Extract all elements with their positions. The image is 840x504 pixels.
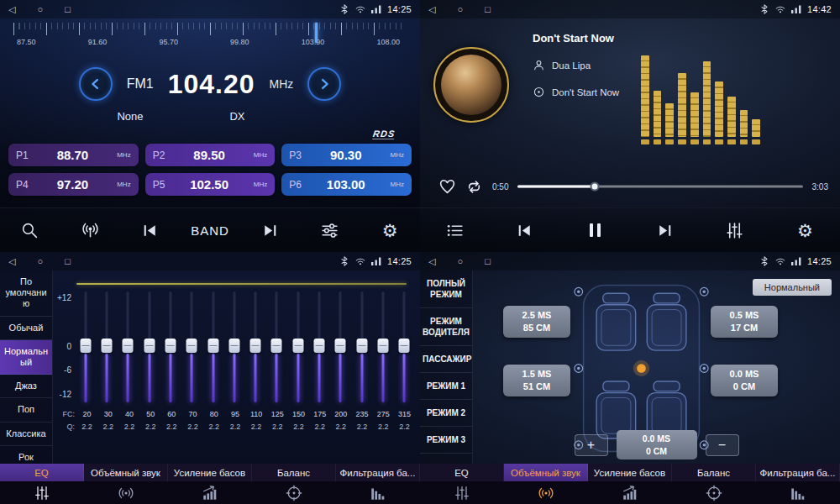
scan-button[interactable] <box>71 212 109 249</box>
slider-knob[interactable] <box>271 339 282 353</box>
eq-preset-item[interactable]: Рок <box>0 446 52 464</box>
slider-knob[interactable] <box>144 339 155 353</box>
eq-preset-item[interactable]: По умолчанию <box>0 270 52 317</box>
bass-boost-tab-icon[interactable] <box>588 481 672 504</box>
listening-mode-item[interactable]: РЕЖИМ 1 <box>420 373 472 400</box>
slider-knob[interactable] <box>356 339 367 353</box>
slider-knob[interactable] <box>207 339 218 353</box>
settings-button[interactable]: ⚙ <box>370 212 409 249</box>
slider-knob[interactable] <box>335 339 346 353</box>
next-track-button[interactable] <box>646 212 685 249</box>
slider-knob[interactable] <box>186 339 197 353</box>
dsp-tab[interactable]: Баланс <box>672 464 756 481</box>
eq-tab-icon[interactable] <box>420 481 504 504</box>
dsp-tab[interactable]: EQ <box>420 464 504 481</box>
surround-tab-icon[interactable] <box>84 481 168 504</box>
preset-button[interactable]: P5 102.50 MHz <box>145 173 276 196</box>
pause-button[interactable] <box>575 212 614 249</box>
slider-knob[interactable] <box>399 339 410 353</box>
dsp-tab[interactable]: Фильтрация ба... <box>336 464 420 481</box>
balance-tab-icon[interactable] <box>672 481 756 504</box>
preset-button[interactable]: P2 89.50 MHz <box>145 144 276 166</box>
dsp-tab[interactable]: Объёмный звук <box>504 464 588 481</box>
eq-band-slider[interactable] <box>245 288 266 406</box>
eq-band-slider[interactable] <box>160 288 181 406</box>
recents-icon[interactable]: □ <box>65 5 71 14</box>
rear-left-delay-button[interactable]: 1.5 MS 51 CM <box>503 365 570 396</box>
home-icon[interactable]: ○ <box>37 5 43 14</box>
eq-band-slider[interactable] <box>372 288 393 406</box>
listening-mode-item[interactable]: РЕЖИМ ВОДИТЕЛЯ <box>420 308 472 346</box>
progress-knob[interactable] <box>591 182 600 192</box>
settings-button[interactable]: ⚙ <box>785 212 824 249</box>
previous-station-button[interactable] <box>131 212 170 249</box>
slider-knob[interactable] <box>314 339 325 353</box>
eq-band-slider[interactable] <box>330 288 351 406</box>
eq-band-slider[interactable] <box>139 288 160 406</box>
back-icon[interactable]: ◁ <box>8 257 15 266</box>
dsp-tab[interactable]: Баланс <box>252 464 336 481</box>
eq-preset-item[interactable]: Классика <box>0 423 52 446</box>
favorite-button[interactable] <box>438 178 456 196</box>
slider-knob[interactable] <box>80 339 91 353</box>
eq-band-slider[interactable] <box>287 288 308 406</box>
eq-band-slider[interactable] <box>96 288 117 406</box>
listening-mode-item[interactable]: ПОЛНЫЙ РЕЖИМ <box>420 270 472 308</box>
rear-right-delay-button[interactable]: 0.0 MS 0 CM <box>711 365 778 396</box>
dsp-tab[interactable]: EQ <box>0 464 84 481</box>
eq-band-slider[interactable] <box>118 288 139 406</box>
listening-mode-item[interactable]: РЕЖИМ 3 <box>420 427 472 454</box>
listening-mode-item[interactable]: ПАССАЖИР <box>420 346 472 373</box>
slider-knob[interactable] <box>101 339 112 353</box>
eq-preset-item[interactable]: Поп <box>0 398 52 422</box>
back-icon[interactable]: ◁ <box>8 5 15 14</box>
next-station-button[interactable] <box>250 212 289 249</box>
previous-track-button[interactable] <box>506 212 544 249</box>
band-button[interactable]: BAND <box>191 212 229 249</box>
preset-button[interactable]: P4 97.20 MHz <box>8 173 139 196</box>
eq-preset-item[interactable]: Джаз <box>0 375 52 398</box>
dsp-tab[interactable]: Усиление басов <box>168 464 252 481</box>
home-icon[interactable]: ○ <box>37 257 43 266</box>
home-icon[interactable]: ○ <box>457 5 463 14</box>
eq-tab-icon[interactable] <box>0 481 84 504</box>
decrease-delay-button[interactable]: − <box>706 434 739 456</box>
profile-button[interactable]: Нормальный <box>753 279 832 296</box>
eq-band-slider[interactable] <box>266 288 287 406</box>
eq-band-slider[interactable] <box>75 288 96 406</box>
front-right-delay-button[interactable]: 0.5 MS 17 CM <box>711 306 778 338</box>
bass-boost-tab-icon[interactable] <box>168 481 252 504</box>
slider-knob[interactable] <box>123 339 134 353</box>
eq-preset-item[interactable]: Нормальный <box>0 340 52 375</box>
search-button[interactable] <box>11 212 50 249</box>
eq-band-slider[interactable] <box>181 288 202 406</box>
eq-band-slider[interactable] <box>308 288 329 406</box>
eq-band-slider[interactable] <box>351 288 372 406</box>
preset-button[interactable]: P6 103.00 MHz <box>281 173 412 196</box>
tune-down-button[interactable] <box>79 67 113 101</box>
listening-mode-item[interactable]: РЕЖИМ 2 <box>420 400 472 427</box>
slider-knob[interactable] <box>292 339 303 353</box>
back-icon[interactable]: ◁ <box>428 257 435 266</box>
recents-icon[interactable]: □ <box>65 257 71 266</box>
repeat-button[interactable] <box>465 178 483 196</box>
recents-icon[interactable]: □ <box>485 5 491 14</box>
eq-preset-item[interactable]: Обычай <box>0 317 52 340</box>
equalizer-button[interactable] <box>716 212 754 249</box>
slider-knob[interactable] <box>250 339 261 353</box>
tuner-settings-button[interactable] <box>311 212 349 249</box>
home-icon[interactable]: ○ <box>457 257 463 266</box>
frequency-scale[interactable]: 87.5091.6095.7099.80103.90108.00 <box>0 18 420 58</box>
preset-button[interactable]: P3 90.30 MHz <box>281 144 412 166</box>
recents-icon[interactable]: □ <box>485 257 491 266</box>
dsp-tab[interactable]: Объёмный звук <box>84 464 168 481</box>
increase-delay-button[interactable]: + <box>575 434 608 456</box>
surround-tab-icon[interactable] <box>504 481 588 504</box>
preset-button[interactable]: P1 88.70 MHz <box>8 144 139 166</box>
eq-band-slider[interactable] <box>202 288 223 406</box>
slider-knob[interactable] <box>378 339 389 353</box>
dsp-tab[interactable]: Усиление басов <box>588 464 672 481</box>
tune-up-button[interactable] <box>307 67 341 101</box>
eq-band-slider[interactable] <box>223 288 244 406</box>
playlist-button[interactable] <box>436 212 475 249</box>
